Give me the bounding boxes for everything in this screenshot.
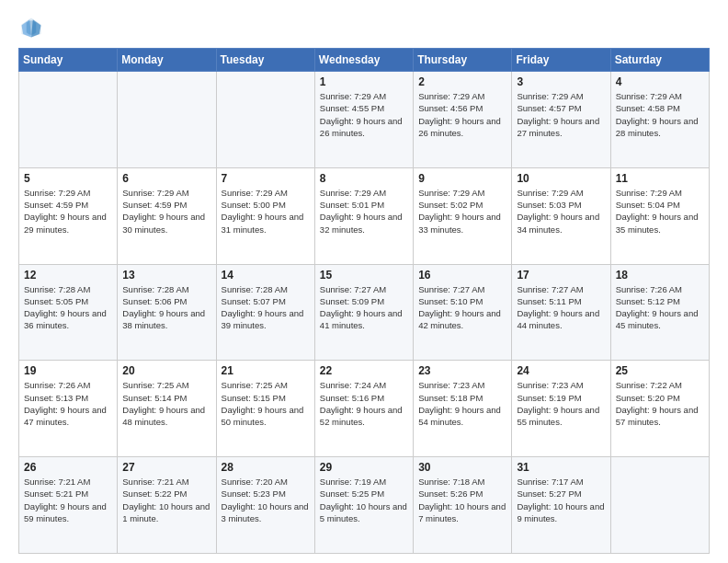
calendar-cell: 25Sunrise: 7:22 AM Sunset: 5:20 PM Dayli… [610, 361, 709, 457]
calendar-cell: 30Sunrise: 7:18 AM Sunset: 5:26 PM Dayli… [414, 457, 512, 554]
day-info: Sunrise: 7:27 AM Sunset: 5:10 PM Dayligh… [418, 283, 506, 332]
calendar-cell: 3Sunrise: 7:29 AM Sunset: 4:57 PM Daylig… [512, 72, 610, 168]
day-info: Sunrise: 7:21 AM Sunset: 5:21 PM Dayligh… [24, 476, 112, 524]
weekday-header-row: SundayMondayTuesdayWednesdayThursdayFrid… [19, 49, 710, 72]
day-number: 16 [418, 269, 506, 282]
day-info: Sunrise: 7:25 AM Sunset: 5:14 PM Dayligh… [122, 379, 210, 428]
day-number: 24 [517, 364, 605, 377]
day-info: Sunrise: 7:19 AM Sunset: 5:25 PM Dayligh… [320, 476, 408, 524]
day-number: 13 [122, 269, 210, 282]
day-info: Sunrise: 7:28 AM Sunset: 5:07 PM Dayligh… [222, 283, 310, 332]
day-info: Sunrise: 7:27 AM Sunset: 5:11 PM Dayligh… [517, 283, 605, 332]
header [18, 15, 710, 40]
calendar-week-row: 1Sunrise: 7:29 AM Sunset: 4:55 PM Daylig… [19, 72, 710, 168]
weekday-header-sunday: Sunday [19, 49, 118, 72]
day-number: 26 [24, 461, 112, 474]
calendar-cell: 14Sunrise: 7:28 AM Sunset: 5:07 PM Dayli… [216, 264, 314, 361]
calendar-cell: 27Sunrise: 7:21 AM Sunset: 5:22 PM Dayli… [118, 457, 216, 554]
calendar-cell [216, 72, 314, 168]
calendar-week-row: 26Sunrise: 7:21 AM Sunset: 5:21 PM Dayli… [19, 457, 710, 554]
calendar-cell: 31Sunrise: 7:17 AM Sunset: 5:27 PM Dayli… [512, 457, 610, 554]
calendar-cell: 1Sunrise: 7:29 AM Sunset: 4:55 PM Daylig… [314, 72, 413, 168]
weekday-header-wednesday: Wednesday [314, 49, 413, 72]
calendar-cell: 20Sunrise: 7:25 AM Sunset: 5:14 PM Dayli… [118, 361, 216, 457]
calendar-cell [19, 72, 118, 168]
day-number: 6 [122, 172, 210, 185]
day-info: Sunrise: 7:29 AM Sunset: 4:55 PM Dayligh… [320, 90, 408, 139]
weekday-header-monday: Monday [118, 49, 216, 72]
day-info: Sunrise: 7:23 AM Sunset: 5:19 PM Dayligh… [517, 379, 605, 428]
day-number: 17 [517, 269, 605, 282]
day-number: 5 [24, 172, 112, 185]
day-info: Sunrise: 7:29 AM Sunset: 4:59 PM Dayligh… [24, 187, 112, 236]
calendar-cell: 10Sunrise: 7:29 AM Sunset: 5:03 PM Dayli… [512, 167, 610, 264]
day-info: Sunrise: 7:27 AM Sunset: 5:09 PM Dayligh… [320, 283, 408, 332]
day-info: Sunrise: 7:26 AM Sunset: 5:13 PM Dayligh… [24, 379, 112, 428]
day-info: Sunrise: 7:29 AM Sunset: 4:57 PM Dayligh… [517, 90, 605, 139]
calendar-cell: 24Sunrise: 7:23 AM Sunset: 5:19 PM Dayli… [512, 361, 610, 457]
day-number: 23 [418, 364, 506, 377]
day-info: Sunrise: 7:25 AM Sunset: 5:15 PM Dayligh… [222, 379, 310, 428]
calendar-cell: 16Sunrise: 7:27 AM Sunset: 5:10 PM Dayli… [414, 264, 512, 361]
day-info: Sunrise: 7:23 AM Sunset: 5:18 PM Dayligh… [418, 379, 506, 428]
day-info: Sunrise: 7:29 AM Sunset: 5:00 PM Dayligh… [222, 187, 310, 236]
day-info: Sunrise: 7:29 AM Sunset: 5:01 PM Dayligh… [320, 187, 408, 236]
calendar-cell: 28Sunrise: 7:20 AM Sunset: 5:23 PM Dayli… [216, 457, 314, 554]
day-info: Sunrise: 7:22 AM Sunset: 5:20 PM Dayligh… [616, 379, 704, 428]
day-number: 22 [320, 364, 408, 377]
day-number: 15 [320, 269, 408, 282]
day-number: 28 [222, 461, 310, 474]
day-info: Sunrise: 7:24 AM Sunset: 5:16 PM Dayligh… [320, 379, 408, 428]
day-info: Sunrise: 7:18 AM Sunset: 5:26 PM Dayligh… [418, 476, 506, 524]
day-number: 21 [222, 364, 310, 377]
calendar-cell: 18Sunrise: 7:26 AM Sunset: 5:12 PM Dayli… [610, 264, 709, 361]
day-number: 11 [616, 172, 704, 185]
day-info: Sunrise: 7:29 AM Sunset: 5:03 PM Dayligh… [517, 187, 605, 236]
calendar-cell: 7Sunrise: 7:29 AM Sunset: 5:00 PM Daylig… [216, 167, 314, 264]
day-info: Sunrise: 7:17 AM Sunset: 5:27 PM Dayligh… [517, 476, 605, 524]
logo-icon [18, 15, 44, 40]
day-info: Sunrise: 7:29 AM Sunset: 4:58 PM Dayligh… [616, 90, 704, 139]
calendar-cell: 12Sunrise: 7:28 AM Sunset: 5:05 PM Dayli… [19, 264, 118, 361]
day-info: Sunrise: 7:29 AM Sunset: 4:59 PM Dayligh… [122, 187, 210, 236]
day-number: 8 [320, 172, 408, 185]
calendar-cell: 15Sunrise: 7:27 AM Sunset: 5:09 PM Dayli… [314, 264, 413, 361]
calendar-cell: 4Sunrise: 7:29 AM Sunset: 4:58 PM Daylig… [610, 72, 709, 168]
day-number: 10 [517, 172, 605, 185]
day-info: Sunrise: 7:28 AM Sunset: 5:05 PM Dayligh… [24, 283, 112, 332]
day-info: Sunrise: 7:21 AM Sunset: 5:22 PM Dayligh… [122, 476, 210, 524]
day-info: Sunrise: 7:29 AM Sunset: 5:04 PM Dayligh… [616, 187, 704, 236]
calendar-cell: 29Sunrise: 7:19 AM Sunset: 5:25 PM Dayli… [314, 457, 413, 554]
day-number: 9 [418, 172, 506, 185]
calendar-cell: 2Sunrise: 7:29 AM Sunset: 4:56 PM Daylig… [414, 72, 512, 168]
day-number: 14 [222, 269, 310, 282]
calendar-cell: 8Sunrise: 7:29 AM Sunset: 5:01 PM Daylig… [314, 167, 413, 264]
day-number: 7 [222, 172, 310, 185]
logo [18, 15, 48, 40]
weekday-header-friday: Friday [512, 49, 610, 72]
day-info: Sunrise: 7:20 AM Sunset: 5:23 PM Dayligh… [222, 476, 310, 524]
weekday-header-thursday: Thursday [414, 49, 512, 72]
day-number: 2 [418, 75, 506, 88]
day-number: 19 [24, 364, 112, 377]
day-number: 3 [517, 75, 605, 88]
calendar-cell: 9Sunrise: 7:29 AM Sunset: 5:02 PM Daylig… [414, 167, 512, 264]
day-number: 20 [122, 364, 210, 377]
calendar-cell [610, 457, 709, 554]
calendar-week-row: 12Sunrise: 7:28 AM Sunset: 5:05 PM Dayli… [19, 264, 710, 361]
day-number: 30 [418, 461, 506, 474]
day-info: Sunrise: 7:26 AM Sunset: 5:12 PM Dayligh… [616, 283, 704, 332]
calendar-week-row: 5Sunrise: 7:29 AM Sunset: 4:59 PM Daylig… [19, 167, 710, 264]
day-number: 31 [517, 461, 605, 474]
day-number: 12 [24, 269, 112, 282]
calendar-table: SundayMondayTuesdayWednesdayThursdayFrid… [18, 48, 710, 554]
calendar-cell: 19Sunrise: 7:26 AM Sunset: 5:13 PM Dayli… [19, 361, 118, 457]
day-info: Sunrise: 7:29 AM Sunset: 4:56 PM Dayligh… [418, 90, 506, 139]
calendar-cell: 13Sunrise: 7:28 AM Sunset: 5:06 PM Dayli… [118, 264, 216, 361]
day-number: 18 [616, 269, 704, 282]
calendar-week-row: 19Sunrise: 7:26 AM Sunset: 5:13 PM Dayli… [19, 361, 710, 457]
calendar-cell: 22Sunrise: 7:24 AM Sunset: 5:16 PM Dayli… [314, 361, 413, 457]
page: SundayMondayTuesdayWednesdayThursdayFrid… [0, 0, 728, 563]
weekday-header-saturday: Saturday [610, 49, 709, 72]
day-number: 1 [320, 75, 408, 88]
